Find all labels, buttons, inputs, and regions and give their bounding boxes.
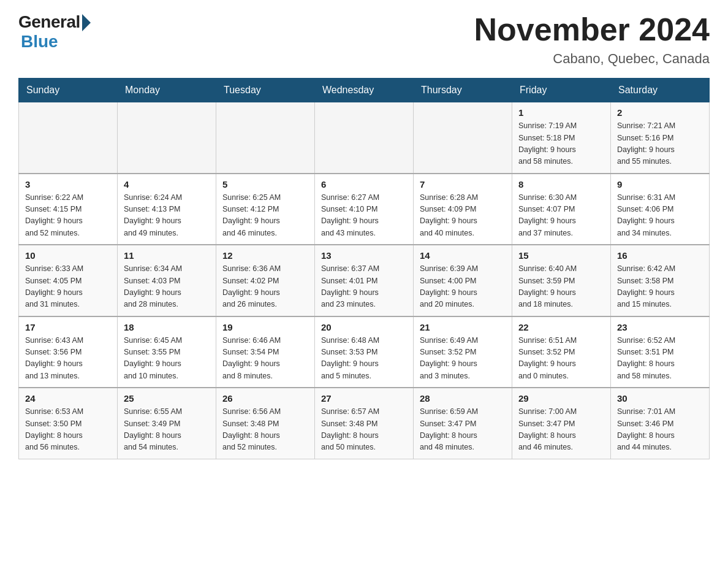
day-info: Sunrise: 6:43 AMSunset: 3:56 PMDaylight:… [25,336,83,380]
calendar-day-cell: 14Sunrise: 6:39 AMSunset: 4:00 PMDayligh… [414,245,512,316]
calendar-day-cell: 2Sunrise: 7:21 AMSunset: 5:16 PMDaylight… [611,102,710,174]
day-number: 8 [518,179,604,190]
day-number: 29 [518,393,604,404]
logo-arrow-icon [82,14,91,31]
calendar-day-cell: 5Sunrise: 6:25 AMSunset: 4:12 PMDaylight… [216,174,315,245]
calendar-day-cell: 29Sunrise: 7:00 AMSunset: 3:47 PMDayligh… [512,388,611,459]
day-number: 6 [321,179,407,190]
calendar-day-cell: 24Sunrise: 6:53 AMSunset: 3:50 PMDayligh… [19,388,118,459]
calendar-day-cell: 6Sunrise: 6:27 AMSunset: 4:10 PMDaylight… [315,174,414,245]
day-info: Sunrise: 7:21 AMSunset: 5:16 PMDaylight:… [617,121,675,166]
calendar-day-cell: 27Sunrise: 6:57 AMSunset: 3:48 PMDayligh… [315,388,414,459]
day-number: 27 [321,393,407,404]
day-number: 18 [124,322,210,332]
day-number: 26 [222,393,308,404]
page-header: General Blue November 2024 Cabano, Quebe… [18,12,710,67]
day-info: Sunrise: 7:01 AMSunset: 3:46 PMDaylight:… [617,407,675,451]
weekday-header-wednesday: Wednesday [315,79,414,102]
calendar-day-cell: 25Sunrise: 6:55 AMSunset: 3:49 PMDayligh… [118,388,216,459]
calendar-week-row: 1Sunrise: 7:19 AMSunset: 5:18 PMDaylight… [19,102,710,174]
day-number: 25 [124,393,210,404]
weekday-header-sunday: Sunday [19,79,118,102]
day-info: Sunrise: 6:22 AMSunset: 4:15 PMDaylight:… [25,193,83,237]
calendar-day-cell: 22Sunrise: 6:51 AMSunset: 3:52 PMDayligh… [512,316,611,388]
day-info: Sunrise: 7:00 AMSunset: 3:47 PMDaylight:… [518,407,577,451]
day-number: 23 [617,322,703,332]
calendar-day-cell [315,102,414,174]
day-info: Sunrise: 6:33 AMSunset: 4:05 PMDaylight:… [25,264,83,308]
day-info: Sunrise: 6:30 AMSunset: 4:07 PMDaylight:… [518,193,577,237]
calendar-day-cell [118,102,216,174]
calendar-day-cell: 16Sunrise: 6:42 AMSunset: 3:58 PMDayligh… [611,245,710,316]
day-number: 2 [617,107,703,118]
calendar-day-cell: 11Sunrise: 6:34 AMSunset: 4:03 PMDayligh… [118,245,216,316]
weekday-header-friday: Friday [512,79,611,102]
day-number: 22 [518,322,604,332]
day-info: Sunrise: 6:49 AMSunset: 3:52 PMDaylight:… [420,336,478,380]
calendar-day-cell: 10Sunrise: 6:33 AMSunset: 4:05 PMDayligh… [19,245,118,316]
calendar-day-cell: 20Sunrise: 6:48 AMSunset: 3:53 PMDayligh… [315,316,414,388]
day-info: Sunrise: 6:40 AMSunset: 3:59 PMDaylight:… [518,264,577,308]
day-number: 21 [420,322,506,332]
day-number: 15 [518,250,604,261]
day-info: Sunrise: 6:34 AMSunset: 4:03 PMDaylight:… [124,264,182,308]
day-number: 16 [617,250,703,261]
day-info: Sunrise: 6:51 AMSunset: 3:52 PMDaylight:… [518,336,577,380]
logo: General Blue [18,12,91,52]
calendar-week-row: 24Sunrise: 6:53 AMSunset: 3:50 PMDayligh… [19,388,710,459]
calendar-day-cell: 8Sunrise: 6:30 AMSunset: 4:07 PMDaylight… [512,174,611,245]
weekday-header-tuesday: Tuesday [216,79,315,102]
day-number: 17 [25,322,111,332]
calendar-day-cell: 12Sunrise: 6:36 AMSunset: 4:02 PMDayligh… [216,245,315,316]
title-section: November 2024 Cabano, Quebec, Canada [474,12,710,67]
day-number: 20 [321,322,407,332]
calendar-day-cell: 18Sunrise: 6:45 AMSunset: 3:55 PMDayligh… [118,316,216,388]
day-number: 24 [25,393,111,404]
calendar-day-cell: 19Sunrise: 6:46 AMSunset: 3:54 PMDayligh… [216,316,315,388]
day-info: Sunrise: 6:27 AMSunset: 4:10 PMDaylight:… [321,193,379,237]
day-number: 4 [124,179,210,190]
calendar-day-cell [19,102,118,174]
weekday-header-saturday: Saturday [611,79,710,102]
weekday-header-row: SundayMondayTuesdayWednesdayThursdayFrid… [19,79,710,102]
calendar-day-cell: 23Sunrise: 6:52 AMSunset: 3:51 PMDayligh… [611,316,710,388]
day-info: Sunrise: 6:42 AMSunset: 3:58 PMDaylight:… [617,264,675,308]
calendar-day-cell: 1Sunrise: 7:19 AMSunset: 5:18 PMDaylight… [512,102,611,174]
day-number: 1 [518,107,604,118]
day-number: 30 [617,393,703,404]
logo-blue-text: Blue [21,32,58,52]
day-info: Sunrise: 6:56 AMSunset: 3:48 PMDaylight:… [222,407,281,451]
day-info: Sunrise: 6:55 AMSunset: 3:49 PMDaylight:… [124,407,182,451]
calendar-day-cell: 28Sunrise: 6:59 AMSunset: 3:47 PMDayligh… [414,388,512,459]
calendar-title: November 2024 [474,12,710,47]
calendar-subtitle: Cabano, Quebec, Canada [474,51,710,67]
day-number: 14 [420,250,506,261]
day-info: Sunrise: 6:45 AMSunset: 3:55 PMDaylight:… [124,336,182,380]
day-info: Sunrise: 6:24 AMSunset: 4:13 PMDaylight:… [124,193,182,237]
calendar-day-cell: 30Sunrise: 7:01 AMSunset: 3:46 PMDayligh… [611,388,710,459]
day-number: 3 [25,179,111,190]
calendar-day-cell [414,102,512,174]
day-number: 13 [321,250,407,261]
calendar-day-cell: 9Sunrise: 6:31 AMSunset: 4:06 PMDaylight… [611,174,710,245]
day-info: Sunrise: 7:19 AMSunset: 5:18 PMDaylight:… [518,121,577,166]
day-info: Sunrise: 6:48 AMSunset: 3:53 PMDaylight:… [321,336,379,380]
calendar-week-row: 3Sunrise: 6:22 AMSunset: 4:15 PMDaylight… [19,174,710,245]
calendar-day-cell: 7Sunrise: 6:28 AMSunset: 4:09 PMDaylight… [414,174,512,245]
day-number: 19 [222,322,308,332]
calendar-day-cell: 15Sunrise: 6:40 AMSunset: 3:59 PMDayligh… [512,245,611,316]
calendar-day-cell: 3Sunrise: 6:22 AMSunset: 4:15 PMDaylight… [19,174,118,245]
calendar-day-cell: 13Sunrise: 6:37 AMSunset: 4:01 PMDayligh… [315,245,414,316]
day-number: 11 [124,250,210,261]
calendar-table: SundayMondayTuesdayWednesdayThursdayFrid… [18,78,710,459]
logo-general-text: General [18,12,80,32]
day-info: Sunrise: 6:28 AMSunset: 4:09 PMDaylight:… [420,193,478,237]
calendar-day-cell: 4Sunrise: 6:24 AMSunset: 4:13 PMDaylight… [118,174,216,245]
day-info: Sunrise: 6:59 AMSunset: 3:47 PMDaylight:… [420,407,478,451]
day-info: Sunrise: 6:57 AMSunset: 3:48 PMDaylight:… [321,407,379,451]
weekday-header-thursday: Thursday [414,79,512,102]
weekday-header-monday: Monday [118,79,216,102]
day-info: Sunrise: 6:39 AMSunset: 4:00 PMDaylight:… [420,264,478,308]
day-number: 7 [420,179,506,190]
calendar-day-cell: 17Sunrise: 6:43 AMSunset: 3:56 PMDayligh… [19,316,118,388]
